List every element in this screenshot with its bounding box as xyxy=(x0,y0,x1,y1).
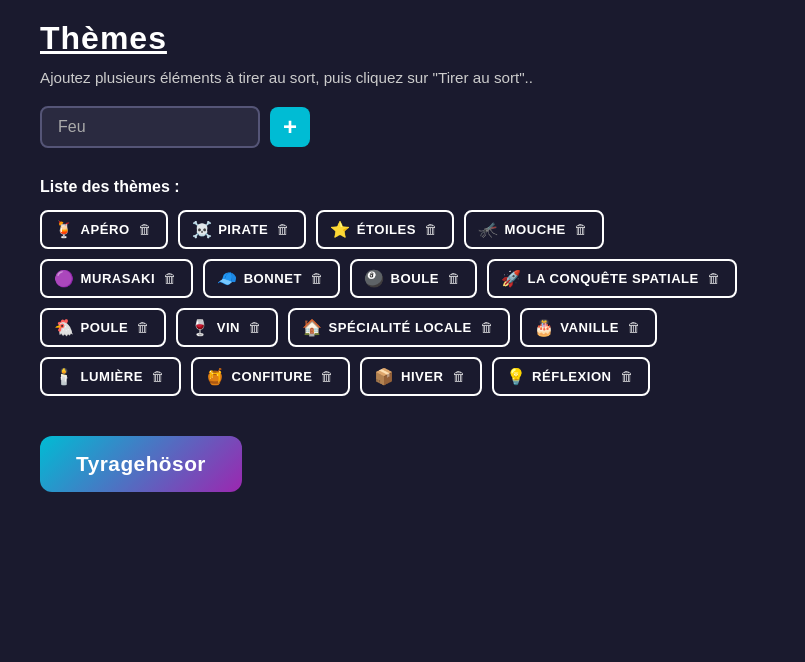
add-button[interactable]: + xyxy=(270,107,310,147)
list-item: 🐔POULE🗑 xyxy=(40,308,166,347)
list-item: 🎱BOULE🗑 xyxy=(350,259,477,298)
tag-label: MOUCHE xyxy=(505,222,566,237)
tag-emoji: 📦 xyxy=(374,367,395,386)
tag-emoji: 🎱 xyxy=(364,269,385,288)
tag-emoji: 🧢 xyxy=(217,269,238,288)
tag-label: BONNET xyxy=(244,271,302,286)
list-item: 🦟MOUCHE🗑 xyxy=(464,210,604,249)
delete-tag-button[interactable]: 🗑 xyxy=(625,320,643,335)
list-item: 🍯CONFITURE🗑 xyxy=(191,357,350,396)
tag-label: HIVER xyxy=(401,369,444,384)
list-item: ☠️PIRATE🗑 xyxy=(178,210,307,249)
list-item: 📦HIVER🗑 xyxy=(360,357,481,396)
list-item: 🚀LA CONQUÊTE SPATIALE🗑 xyxy=(487,259,737,298)
delete-tag-button[interactable]: 🗑 xyxy=(308,271,326,286)
list-item: 💡RÉFLEXION🗑 xyxy=(492,357,650,396)
tag-emoji: ⭐ xyxy=(330,220,351,239)
delete-tag-button[interactable]: 🗑 xyxy=(478,320,496,335)
delete-tag-button[interactable]: 🗑 xyxy=(318,369,336,384)
tag-emoji: 💡 xyxy=(506,367,527,386)
list-item: 🟣MURASAKI🗑 xyxy=(40,259,193,298)
draw-section: Tyragehösor xyxy=(40,426,765,492)
list-item: 🍷VIN🗑 xyxy=(176,308,278,347)
list-label: Liste des thèmes : xyxy=(40,178,765,196)
tag-emoji: 🕯️ xyxy=(54,367,75,386)
delete-tag-button[interactable]: 🗑 xyxy=(450,369,468,384)
tag-label: LA CONQUÊTE SPATIALE xyxy=(527,271,698,286)
tags-container: 🍹APÉRO🗑☠️PIRATE🗑⭐ÉTOILES🗑🦟MOUCHE🗑🟣MURASA… xyxy=(40,210,765,396)
tag-label: SPÉCIALITÉ LOCALE xyxy=(329,320,472,335)
tag-label: RÉFLEXION xyxy=(532,369,612,384)
tag-emoji: ☠️ xyxy=(192,220,213,239)
theme-input[interactable] xyxy=(40,106,260,148)
tag-label: APÉRO xyxy=(81,222,130,237)
tag-label: VANILLE xyxy=(560,320,619,335)
tag-label: ÉTOILES xyxy=(357,222,416,237)
list-item: 🎂VANILLE🗑 xyxy=(520,308,657,347)
tag-emoji: 🍹 xyxy=(54,220,75,239)
tag-emoji: 🟣 xyxy=(54,269,75,288)
subtitle-text: Ajoutez plusieurs éléments à tirer au so… xyxy=(40,69,765,86)
delete-tag-button[interactable]: 🗑 xyxy=(422,222,440,237)
tag-emoji: 🍯 xyxy=(205,367,226,386)
list-item: 🧢BONNET🗑 xyxy=(203,259,340,298)
delete-tag-button[interactable]: 🗑 xyxy=(134,320,152,335)
draw-button[interactable]: Tyragehösor xyxy=(40,436,242,492)
tag-label: PIRATE xyxy=(218,222,268,237)
delete-tag-button[interactable]: 🗑 xyxy=(274,222,292,237)
delete-tag-button[interactable]: 🗑 xyxy=(149,369,167,384)
list-item: 🕯️LUMIÈRE🗑 xyxy=(40,357,181,396)
delete-tag-button[interactable]: 🗑 xyxy=(572,222,590,237)
delete-tag-button[interactable]: 🗑 xyxy=(445,271,463,286)
tag-emoji: 🐔 xyxy=(54,318,75,337)
delete-tag-button[interactable]: 🗑 xyxy=(705,271,723,286)
delete-tag-button[interactable]: 🗑 xyxy=(246,320,264,335)
tag-emoji: 🦟 xyxy=(478,220,499,239)
page-title: Thèmes xyxy=(40,20,765,57)
tag-label: MURASAKI xyxy=(81,271,156,286)
tag-label: POULE xyxy=(81,320,129,335)
list-item: ⭐ÉTOILES🗑 xyxy=(316,210,454,249)
list-item: 🏠SPÉCIALITÉ LOCALE🗑 xyxy=(288,308,510,347)
delete-tag-button[interactable]: 🗑 xyxy=(136,222,154,237)
tag-label: LUMIÈRE xyxy=(81,369,144,384)
list-item: 🍹APÉRO🗑 xyxy=(40,210,168,249)
input-row: + xyxy=(40,106,765,148)
tag-label: BOULE xyxy=(391,271,439,286)
tag-label: VIN xyxy=(217,320,240,335)
delete-tag-button[interactable]: 🗑 xyxy=(161,271,179,286)
tag-emoji: 🎂 xyxy=(534,318,555,337)
tag-emoji: 🏠 xyxy=(302,318,323,337)
tag-emoji: 🍷 xyxy=(190,318,211,337)
tag-emoji: 🚀 xyxy=(501,269,522,288)
delete-tag-button[interactable]: 🗑 xyxy=(618,369,636,384)
tag-label: CONFITURE xyxy=(232,369,313,384)
